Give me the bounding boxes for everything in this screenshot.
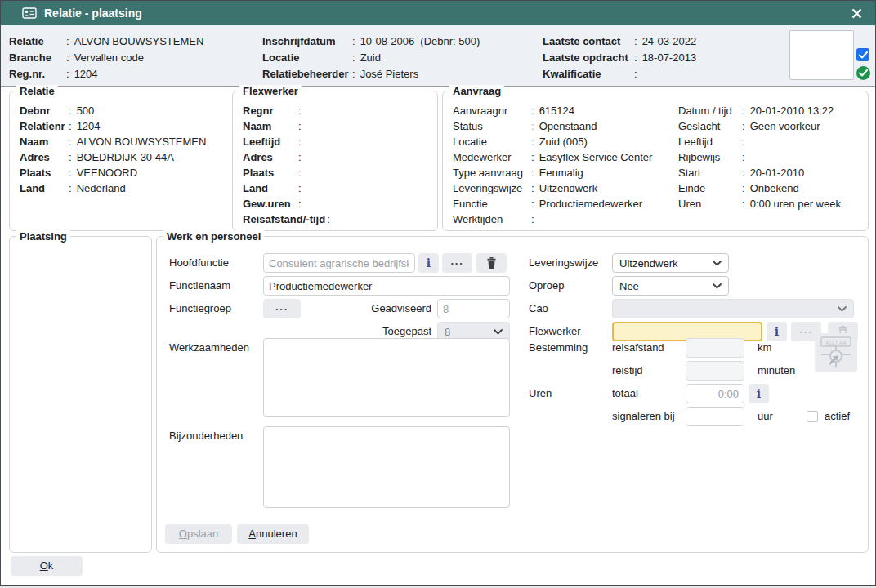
header-row: Branche:Vervallen code	[9, 49, 203, 65]
info-row: Aanvraagnr:615124	[453, 103, 652, 118]
hoofdfunctie-browse-button[interactable]: ···	[442, 253, 472, 273]
plaatsing-groupbox: Plaatsing	[9, 236, 152, 553]
header-row: Locatie:Zuid	[262, 49, 480, 65]
check-icon	[859, 69, 868, 77]
info-row: Uren:0:00 uren per week	[678, 196, 841, 212]
hoofdfunctie-label: Hoofdfunctie	[169, 253, 229, 273]
relation-summary-header: Relatie:ALVON BOUWSYSTEMEN Branche:Verva…	[1, 25, 875, 87]
relatie-groupbox: Relatie Debnr:500 Relatienr:1204 Naam:AL…	[9, 91, 238, 231]
aanvraag-groupbox: Aanvraag Aanvraagnr:615124 Status:Openst…	[442, 91, 869, 231]
oproep-select[interactable]: Nee	[612, 276, 729, 296]
flexwerker-groupbox: Flexwerker Regnr: Naam: Leeftijd: Adres:…	[232, 91, 438, 231]
info-row: Datum / tijd:20-01-2010 13:22	[678, 103, 841, 118]
actief-checkbox[interactable]	[807, 411, 818, 422]
route-planner-button[interactable]: 4117 AA	[815, 333, 857, 372]
reisafstand-input[interactable]	[686, 338, 744, 358]
header-column-2: Inschrijfdatum:10-08-2006 (Debnr: 500) L…	[262, 33, 480, 82]
reistijd-input[interactable]	[686, 361, 744, 381]
ellipsis-icon: ···	[275, 303, 288, 315]
header-row: Laatste contact:24-03-2022	[543, 33, 696, 49]
info-row: Land:	[243, 180, 335, 196]
chevron-down-icon	[713, 261, 722, 266]
leveringswijze-label: Leveringswijze	[529, 253, 598, 273]
geadviseerd-input[interactable]	[437, 299, 510, 318]
info-icon: i	[427, 256, 431, 270]
info-row: Werktijden:	[453, 212, 652, 227]
chevron-down-icon	[713, 283, 722, 289]
info-icon: i	[757, 387, 761, 400]
info-row: Functie:Productiemedewerker	[453, 196, 652, 212]
ok-button[interactable]: Ok	[11, 556, 83, 576]
header-column-3: Laatste contact:24-03-2022 Laatste opdra…	[543, 33, 696, 82]
uren-info-button[interactable]: i	[749, 384, 769, 403]
bijzonderheden-label: Bijzonderheden	[169, 426, 243, 446]
cao-select[interactable]	[612, 299, 854, 318]
bijzonderheden-textarea[interactable]	[263, 426, 510, 508]
info-row: Medewerker:Easyflex Service Center	[453, 149, 652, 165]
info-row: Regnr:	[243, 103, 335, 118]
minuten-label: minuten	[758, 361, 795, 381]
groupbox-legend: Relatie	[16, 85, 58, 97]
relatie-plaatsing-window: Relatie - plaatsing Relatie:ALVON BOUWSY…	[0, 0, 876, 586]
functienaam-input[interactable]	[263, 276, 510, 296]
ellipsis-icon: ···	[451, 257, 464, 270]
geadviseerd-label: Geadviseerd	[360, 299, 431, 318]
info-row: Naam:	[243, 118, 335, 134]
ellipsis-icon: ···	[800, 326, 813, 338]
status-ok-icon	[856, 66, 870, 80]
km-label: km	[758, 338, 771, 358]
leveringswijze-select[interactable]: Uitzendwerk	[612, 253, 729, 273]
aanvraag-left-rows: Aanvraagnr:615124 Status:Openstaand Loca…	[453, 103, 652, 227]
header-checkbox-checked[interactable]	[856, 48, 869, 61]
info-row: Start:20-01-2010	[678, 165, 841, 180]
info-row: Adres:	[243, 149, 335, 165]
window-title: Relatie - plaatsing	[44, 7, 142, 20]
info-row: Relatienr:1204	[20, 118, 206, 134]
uren-totaal-input[interactable]	[686, 384, 744, 403]
signaleren-label: signaleren bij	[612, 407, 675, 426]
reistijd-label: reistijd	[612, 361, 643, 381]
hoofdfunctie-input[interactable]	[263, 253, 415, 273]
info-row: Naam:ALVON BOUWSYSTEMEN	[20, 134, 206, 149]
cao-label: Cao	[529, 299, 548, 318]
opslaan-button[interactable]: Opslaan	[165, 524, 232, 544]
trash-icon	[486, 257, 497, 270]
relation-card-icon	[22, 7, 37, 19]
actief-label: actief	[825, 407, 850, 426]
info-row: Debnr:500	[20, 103, 206, 118]
info-row: Rijbewijs:	[678, 149, 841, 165]
uren-label: Uren	[529, 384, 552, 403]
aanvraag-right-rows: Datum / tijd:20-01-2010 13:22 Geslacht:G…	[678, 103, 841, 212]
groupbox-legend: Aanvraag	[449, 85, 504, 97]
chevron-down-icon	[494, 329, 503, 335]
close-button[interactable]	[847, 4, 865, 22]
functiegroep-browse-button[interactable]: ···	[263, 299, 301, 318]
werkzaamheden-textarea[interactable]	[263, 338, 510, 417]
signaleren-input[interactable]	[686, 407, 744, 426]
header-row: Relatiebeheerder:José Pieters	[262, 65, 480, 82]
uur-label: uur	[758, 407, 773, 426]
info-row: Type aanvraag:Eenmalig	[453, 165, 652, 180]
annuleren-button[interactable]: Annuleren	[237, 524, 309, 544]
info-row: Plaats:	[243, 165, 335, 180]
groupbox-legend: Flexwerker	[239, 85, 302, 97]
functienaam-label: Functienaam	[169, 276, 230, 296]
groupbox-legend: Plaatsing	[16, 230, 70, 243]
relatie-rows: Debnr:500 Relatienr:1204 Naam:ALVON BOUW…	[20, 103, 206, 196]
info-row: Einde:Onbekend	[678, 180, 841, 196]
groupbox-legend: Werk en personeel	[163, 230, 264, 243]
info-row: Gew.uren:	[243, 196, 335, 212]
header-row: Kwalificatie:	[543, 65, 696, 82]
hoofdfunctie-delete-button[interactable]	[476, 253, 507, 273]
route-planner-icon: 4117 AA	[819, 336, 853, 369]
header-column-1: Relatie:ALVON BOUWSYSTEMEN Branche:Verva…	[9, 33, 203, 82]
info-icon: i	[775, 325, 779, 338]
info-row: Leveringswijze:Uitzendwerk	[453, 180, 652, 196]
hoofdfunctie-info-button[interactable]: i	[418, 253, 439, 273]
reisafstand-label: reisafstand	[612, 338, 664, 358]
svg-text:4117 AA: 4117 AA	[825, 340, 847, 345]
info-row: Reisafstand/-tijd:	[243, 212, 335, 227]
chevron-down-icon	[838, 306, 847, 312]
titlebar: Relatie - plaatsing	[1, 1, 875, 25]
info-row: Adres:BOEDRDIJK 30 44A	[20, 149, 206, 165]
